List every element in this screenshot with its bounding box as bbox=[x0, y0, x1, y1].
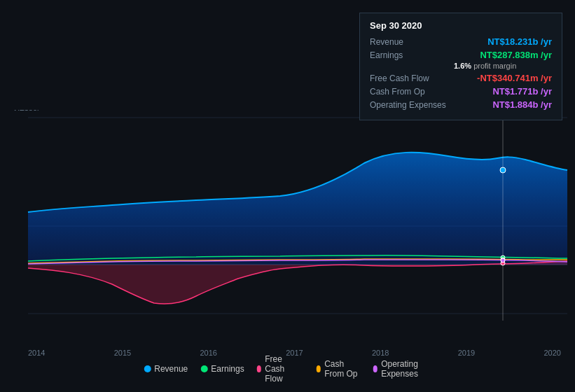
tooltip-label-fcf: Free Cash Flow bbox=[370, 74, 454, 83]
chart-svg bbox=[0, 111, 575, 342]
legend-dot-revenue bbox=[144, 365, 151, 372]
chart-legend: Revenue Earnings Free Cash Flow Cash Fro… bbox=[144, 354, 431, 384]
legend-label-cashop: Cash From Op bbox=[324, 359, 360, 379]
tooltip-value-fcf: -NT$340.741m /yr bbox=[477, 73, 552, 83]
legend-item-cashop[interactable]: Cash From Op bbox=[317, 359, 361, 379]
tooltip-row-earnings: Earnings NT$287.838m /yr bbox=[370, 50, 552, 60]
tooltip-value-cashop: NT$1.771b /yr bbox=[492, 86, 552, 97]
legend-dot-earnings bbox=[200, 365, 207, 372]
tooltip-label-opex: Operating Expenses bbox=[370, 100, 454, 110]
svg-point-7 bbox=[500, 167, 506, 173]
tooltip-row-fcf: Free Cash Flow -NT$340.741m /yr bbox=[370, 73, 552, 83]
tooltip-row-opex: Operating Expenses NT$1.884b /yr bbox=[370, 99, 552, 110]
tooltip-value-revenue: NT$18.231b /yr bbox=[487, 36, 552, 47]
margin-value: 1.6% bbox=[454, 62, 471, 70]
x-label-2015: 2015 bbox=[114, 349, 131, 357]
legend-label-earnings: Earnings bbox=[211, 364, 244, 374]
legend-item-earnings[interactable]: Earnings bbox=[200, 364, 244, 374]
legend-label-revenue: Revenue bbox=[154, 364, 188, 374]
legend-label-fcf: Free Cash Flow bbox=[265, 354, 303, 384]
tooltip-value-earnings: NT$287.838m /yr bbox=[480, 50, 552, 60]
legend-dot-fcf bbox=[257, 365, 262, 372]
legend-item-revenue[interactable]: Revenue bbox=[144, 364, 188, 374]
svg-point-11 bbox=[501, 258, 505, 262]
x-label-2014: 2014 bbox=[28, 349, 45, 357]
data-tooltip: Sep 30 2020 Revenue NT$18.231b /yr Earni… bbox=[359, 13, 562, 120]
x-label-2019: 2019 bbox=[458, 349, 475, 357]
legend-dot-cashop bbox=[317, 365, 321, 372]
margin-note: 1.6% profit margin bbox=[370, 62, 552, 70]
legend-dot-opex bbox=[373, 365, 378, 372]
x-label-2020: 2020 bbox=[544, 349, 561, 357]
tooltip-label-revenue: Revenue bbox=[370, 37, 454, 47]
tooltip-title: Sep 30 2020 bbox=[370, 20, 552, 31]
tooltip-row-cashop: Cash From Op NT$1.771b /yr bbox=[370, 86, 552, 97]
legend-label-opex: Operating Expenses bbox=[381, 359, 431, 379]
legend-item-fcf[interactable]: Free Cash Flow bbox=[257, 354, 304, 384]
tooltip-value-opex: NT$1.884b /yr bbox=[492, 99, 552, 110]
legend-item-opex[interactable]: Operating Expenses bbox=[373, 359, 431, 379]
tooltip-row-revenue: Revenue NT$18.231b /yr bbox=[370, 36, 552, 47]
tooltip-label-earnings: Earnings bbox=[370, 50, 454, 60]
tooltip-label-cashop: Cash From Op bbox=[370, 87, 454, 97]
